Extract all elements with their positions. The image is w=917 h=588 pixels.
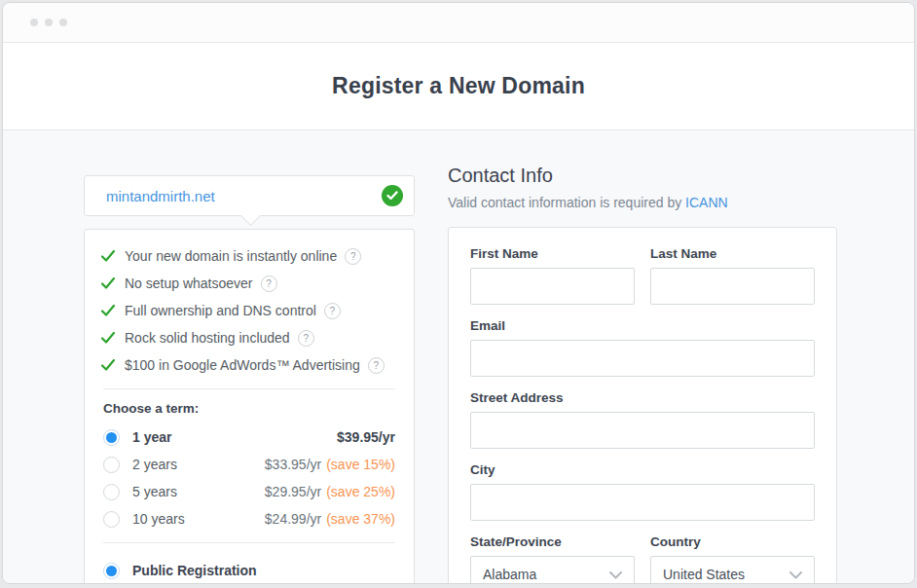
term-price: $33.95/yr — [265, 457, 321, 472]
term-save-badge: (save 37%) — [326, 511, 395, 527]
country-value: United States — [663, 567, 745, 582]
window-control-dot — [59, 18, 67, 26]
state-province-value: Alabama — [483, 567, 536, 582]
page-content: mintandmirth.net Your new domain is inst… — [3, 132, 914, 583]
term-option-1-year[interactable]: 1 year $39.95/yr — [101, 423, 395, 451]
help-icon[interactable]: ? — [261, 276, 277, 292]
check-icon — [101, 332, 115, 344]
first-name-field: First Name — [470, 246, 635, 305]
help-icon[interactable]: ? — [345, 248, 361, 265]
help-icon[interactable]: ? — [324, 303, 341, 319]
radio-icon[interactable] — [103, 457, 120, 473]
window-titlebar — [3, 3, 914, 43]
help-icon[interactable]: ? — [298, 330, 314, 347]
term-price: $29.95/yr — [265, 484, 321, 499]
radio-selected-icon[interactable] — [103, 563, 120, 579]
street-address-label: Street Address — [470, 390, 815, 405]
window-control-dot — [45, 18, 53, 26]
domain-valid-check-icon — [382, 185, 403, 206]
contact-info-subtitle: Valid contact information is required by… — [448, 195, 728, 210]
term-label: 2 years — [132, 457, 265, 472]
check-icon — [101, 250, 115, 262]
benefit-label: No setup whatsoever — [125, 276, 253, 291]
domain-options-panel: Your new domain is instantly online ? No… — [84, 229, 415, 584]
radio-icon[interactable] — [103, 511, 120, 528]
icann-link[interactable]: ICANN — [685, 195, 728, 210]
city-input[interactable] — [470, 484, 815, 521]
page-title: Register a New Domain — [332, 73, 585, 99]
term-label: 10 years — [132, 511, 265, 527]
email-label: Email — [470, 318, 815, 333]
page-header: Register a New Domain — [3, 43, 914, 130]
term-option-2-years[interactable]: 2 years $33.95/yr (save 15%) — [101, 451, 395, 478]
contact-info-heading: Contact Info — [448, 165, 553, 187]
state-province-select[interactable]: Alabama — [470, 556, 635, 584]
domain-value: mintandmirth.net — [106, 188, 382, 204]
divider — [103, 542, 395, 543]
benefit-label: Rock solid hosting included — [125, 330, 290, 346]
term-price: $39.95/yr — [337, 429, 395, 445]
check-icon — [101, 277, 115, 289]
term-label: 1 year — [132, 429, 337, 445]
street-address-field: Street Address — [470, 390, 815, 449]
chevron-down-icon — [609, 567, 622, 582]
benefit-item: Your new domain is instantly online ? — [101, 242, 395, 270]
benefit-label: Your new domain is instantly online — [125, 248, 337, 264]
radio-icon[interactable] — [103, 484, 120, 500]
state-province-label: State/Province — [470, 534, 635, 549]
term-label: 5 years — [132, 484, 265, 499]
country-label: Country — [650, 534, 815, 549]
benefit-item: Rock solid hosting included ? — [101, 324, 395, 351]
divider — [103, 388, 395, 389]
term-price: $24.99/yr — [265, 511, 321, 527]
browser-window: Register a New Domain mintandmirth.net Y… — [2, 2, 915, 584]
email-input[interactable] — [470, 340, 815, 377]
benefit-item: No setup whatsoever ? — [101, 270, 395, 297]
benefit-label: Full ownership and DNS control — [125, 303, 316, 318]
street-address-input[interactable] — [470, 412, 815, 449]
registration-label: Public Registration — [132, 563, 257, 578]
benefit-item: $100 in Google AdWords™ Advertising ? — [101, 351, 395, 379]
last-name-input[interactable] — [650, 268, 815, 305]
first-name-input[interactable] — [470, 268, 635, 305]
help-icon[interactable]: ? — [368, 357, 385, 374]
country-field: Country United States — [650, 534, 815, 584]
term-save-badge: (save 15%) — [326, 457, 395, 472]
term-option-10-years[interactable]: 10 years $24.99/yr (save 37%) — [101, 505, 395, 533]
city-label: City — [470, 462, 815, 477]
check-icon — [101, 359, 115, 371]
term-heading: Choose a term: — [103, 401, 395, 416]
last-name-field: Last Name — [650, 246, 815, 305]
chevron-down-icon — [789, 567, 802, 582]
state-province-field: State/Province Alabama — [470, 534, 635, 584]
city-field: City — [470, 462, 815, 521]
radio-selected-icon[interactable] — [103, 429, 120, 446]
term-option-5-years[interactable]: 5 years $29.95/yr (save 25%) — [101, 478, 395, 505]
term-save-badge: (save 25%) — [326, 484, 395, 499]
contact-form: First Name Last Name Email Street Addres… — [448, 227, 837, 584]
window-control-dot — [30, 18, 38, 26]
benefit-label: $100 in Google AdWords™ Advertising — [125, 357, 360, 373]
country-select[interactable]: United States — [650, 556, 815, 584]
email-field: Email — [470, 318, 815, 377]
last-name-label: Last Name — [650, 246, 815, 261]
check-icon — [101, 305, 115, 316]
benefit-item: Full ownership and DNS control ? — [101, 297, 395, 324]
first-name-label: First Name — [470, 246, 635, 261]
public-registration-option[interactable]: Public Registration — [101, 557, 395, 584]
subtitle-text: Valid contact information is required by — [448, 195, 685, 210]
